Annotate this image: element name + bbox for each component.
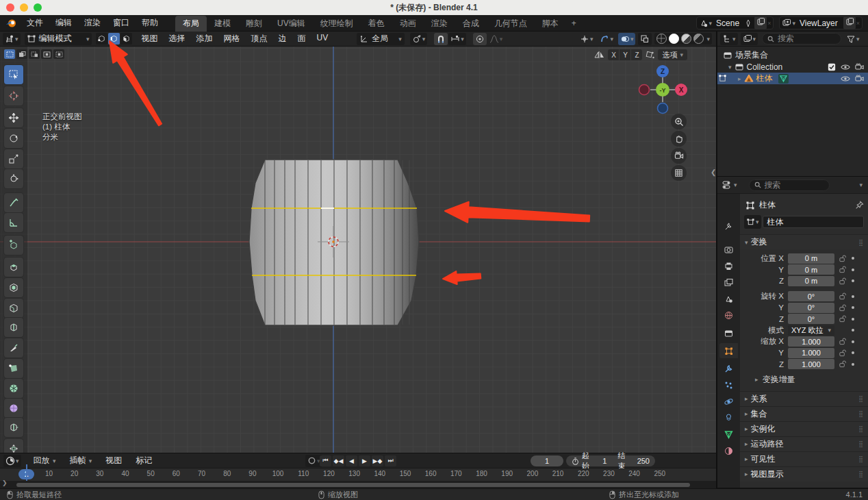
properties-editor-type[interactable]: ▾ (720, 179, 739, 191)
select-invert-mode[interactable] (41, 49, 52, 59)
tool-inset-faces[interactable] (4, 278, 23, 297)
tool-measure[interactable] (4, 213, 23, 232)
tool-smooth[interactable] (4, 399, 23, 418)
expand-icon[interactable]: ▸ (738, 75, 741, 82)
lock-icon[interactable] (837, 360, 848, 368)
lock-icon[interactable] (837, 315, 848, 323)
menu-文件[interactable]: 文件 (21, 15, 49, 31)
properties-tab-collection[interactable] (719, 325, 738, 340)
select-extend-mode[interactable] (16, 49, 27, 59)
animate-dot[interactable] (848, 257, 858, 260)
tool-bevel[interactable] (4, 299, 23, 318)
properties-tab-output[interactable] (719, 258, 738, 273)
timeline-menu-回放[interactable]: 回放 ▾ (27, 455, 63, 466)
viewport-menu-顶点[interactable]: 顶点 (246, 33, 273, 45)
zoom-view-button[interactable] (671, 114, 687, 129)
options-dropdown[interactable]: 选项▾ (658, 49, 687, 60)
timeline-expand-arrow[interactable]: ❯ (2, 479, 8, 486)
workspace-tab-建模[interactable]: 建模 (207, 16, 238, 32)
start-frame-field[interactable]: 1 (602, 457, 607, 465)
tool-select-box[interactable] (4, 65, 23, 84)
rotation-x-field[interactable]: 0° (788, 291, 834, 301)
playhead[interactable] (26, 464, 27, 481)
menu-窗口[interactable]: 窗口 (107, 15, 136, 31)
scene-collection-row[interactable]: 场景集合 (717, 49, 868, 61)
animate-dot[interactable] (848, 318, 858, 321)
object-name-field[interactable]: 柱体 (763, 216, 864, 228)
timeline-menu-标记[interactable]: 标记 (129, 455, 159, 466)
lock-icon[interactable] (837, 304, 848, 312)
workspace-tab-几何节点[interactable]: 几何节点 (487, 16, 535, 32)
tool-poly-build[interactable] (4, 359, 23, 378)
tool-shrink-fatten[interactable] (4, 439, 23, 453)
properties-tab-modifiers[interactable] (719, 361, 738, 376)
viewlayer-name[interactable]: ViewLayer (795, 18, 842, 28)
timeline-editor-type[interactable]: ▾ (3, 455, 21, 467)
lock-icon[interactable] (837, 349, 848, 357)
lock-icon[interactable] (837, 338, 848, 345)
proportional-falloff-selector[interactable]: ▾ (487, 33, 505, 45)
workspace-tab-合成[interactable]: 合成 (455, 16, 487, 32)
animate-dot[interactable] (848, 279, 858, 282)
panel-集合[interactable]: ▸集合⣿ (740, 406, 868, 421)
tool-add-cube[interactable] (4, 236, 23, 255)
viewport-menu-UV[interactable]: UV (311, 33, 334, 45)
animate-dot[interactable] (848, 329, 858, 332)
shading-dropdown[interactable]: ▾ (706, 36, 710, 42)
rotation-y-field[interactable]: 0° (788, 303, 834, 313)
animate-dot[interactable] (848, 363, 858, 366)
scale-z-field[interactable]: 1.000 (788, 359, 834, 369)
outliner-filter-button[interactable]: ▾ (844, 33, 862, 45)
play-reverse-button[interactable]: ◀ (346, 455, 357, 466)
hide-eye-icon[interactable] (841, 64, 850, 71)
properties-options-dropdown[interactable]: ▾ (859, 182, 863, 188)
lock-icon[interactable] (837, 292, 848, 300)
tool-annotate[interactable] (4, 193, 23, 212)
pin-icon[interactable] (743, 18, 753, 28)
workspace-tab-UV编辑[interactable]: UV编辑 (270, 16, 313, 32)
scene-selector[interactable]: ▾ Scene × (696, 16, 774, 29)
lock-icon[interactable] (837, 277, 848, 285)
checkbox-icon[interactable] (828, 63, 836, 71)
mirror-axis-x[interactable]: X (608, 49, 619, 60)
tool-loop-cut[interactable] (4, 318, 23, 337)
sidebar-collapse-arrow[interactable]: ❮ (711, 168, 716, 176)
disable-render-camera-icon[interactable] (855, 63, 864, 71)
vertex-select-button[interactable] (96, 33, 107, 45)
delta-transform-panel[interactable]: ▸变换增量 (743, 374, 865, 386)
jump-to-start-button[interactable]: ⏮ (320, 455, 331, 466)
panel-实例化[interactable]: ▸实例化⣿ (740, 421, 868, 436)
scale-x-field[interactable]: 1.000 (788, 336, 834, 347)
properties-tab-render[interactable] (719, 242, 738, 257)
workspace-tab-脚本[interactable]: 脚本 (535, 16, 566, 32)
properties-tab-view-layer[interactable] (719, 275, 738, 290)
material-shading-button[interactable] (681, 34, 691, 44)
rendered-shading-button[interactable] (693, 34, 704, 44)
outliner-display-mode[interactable]: ▾ (720, 33, 738, 45)
panel-运动路径[interactable]: ▸运动路径⣿ (740, 436, 868, 451)
panel-可见性[interactable]: ▸可见性⣿ (740, 451, 868, 466)
tool-scale[interactable] (4, 149, 23, 168)
menu-编辑[interactable]: 编辑 (49, 15, 78, 31)
workspace-tab-纹理绘制[interactable]: 纹理绘制 (313, 16, 361, 32)
mirror-axis-z[interactable]: Z (631, 49, 642, 60)
location-x-field[interactable]: 0 m (788, 253, 834, 264)
current-frame-field[interactable]: 1 (531, 455, 563, 466)
show-overlays-toggle[interactable]: ▾ (618, 33, 636, 45)
hide-eye-icon[interactable] (841, 75, 850, 82)
properties-tab-physics[interactable] (719, 394, 738, 409)
properties-tab-object[interactable] (719, 343, 738, 358)
tool-edge-slide[interactable] (4, 418, 23, 437)
new-viewlayer-button[interactable] (843, 16, 856, 29)
play-button[interactable]: ▶ (359, 455, 370, 466)
location-z-field[interactable]: 0 m (788, 276, 834, 286)
object-row-cylinder[interactable]: ▸ 柱体 (717, 73, 868, 84)
animate-dot[interactable] (848, 268, 858, 271)
menu-渲染[interactable]: 渲染 (78, 15, 107, 31)
next-keyframe-button[interactable]: ▶◆ (372, 455, 383, 466)
timeline-ruler[interactable]: 1020304050607080901001101201301401501601… (0, 468, 716, 481)
outliner-search-input[interactable]: 搜索 (762, 33, 841, 45)
end-frame-field[interactable]: 250 (637, 457, 650, 465)
viewport-menu-边[interactable]: 边 (273, 33, 292, 45)
collection-row[interactable]: ▾ Collection (717, 61, 868, 73)
